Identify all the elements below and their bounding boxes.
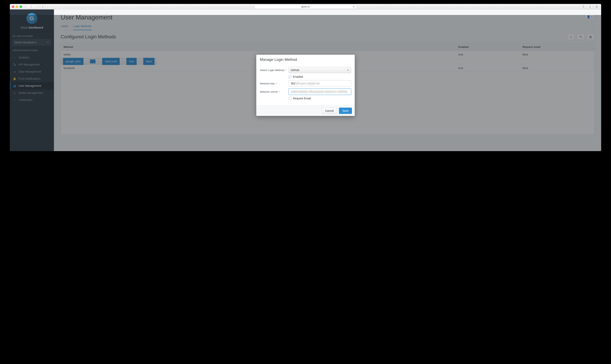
url-text: gluon.io (301, 5, 310, 8)
request-email-checkbox[interactable] (289, 97, 292, 100)
nav-forward-button[interactable]: › (32, 5, 37, 9)
browser-titlebar: ‹ › gluon.io ⟳ (10, 4, 601, 10)
svg-rect-5 (596, 6, 598, 7)
url-bar[interactable]: gluon.io ⟳ (254, 4, 357, 9)
select-login-method[interactable]: GitHub ▼ (289, 67, 351, 73)
window-close-button[interactable] (12, 5, 14, 8)
tabs-button[interactable] (594, 5, 599, 9)
cancel-button[interactable]: Cancel (322, 108, 337, 114)
download-icon (582, 5, 584, 8)
network-secret-input[interactable]: a9dDea9aDp-dRaaQ/pa9-aDaheon-9/3D9a (289, 89, 351, 95)
svg-rect-0 (42, 6, 44, 8)
chevron-down-icon: ▼ (347, 69, 349, 71)
nav-back-button[interactable]: ‹ (26, 5, 31, 9)
reload-icon[interactable]: ⟳ (353, 5, 355, 8)
downloads-button[interactable] (581, 5, 586, 9)
sidebar-toggle-button[interactable] (40, 5, 46, 9)
label-network-secret: Network secret:* (260, 90, 289, 93)
request-email-label: Request Email (293, 97, 311, 100)
network-key-input[interactable]: 3b2a9f-aarn-a9y9a-9a (289, 80, 351, 87)
svg-rect-4 (596, 6, 597, 8)
enabled-label: Enabled (293, 75, 303, 78)
modal-title: Manage Login Method (256, 55, 355, 64)
window-minimize-button[interactable] (16, 5, 18, 8)
label-select-method: Select Login Method:* (260, 69, 289, 72)
select-login-method-value: GitHub (291, 68, 299, 72)
sidebar-icon (42, 6, 44, 8)
save-button[interactable]: Save (339, 108, 352, 114)
tabs-icon (596, 6, 598, 8)
share-icon (589, 5, 591, 8)
window-maximize-button[interactable] (20, 5, 22, 8)
share-button[interactable] (587, 5, 593, 9)
enabled-checkbox[interactable]: ✓ (289, 75, 292, 78)
manage-login-method-modal: Manage Login Method Select Login Method:… (256, 55, 355, 116)
label-network-key: Network key:* (260, 82, 289, 85)
